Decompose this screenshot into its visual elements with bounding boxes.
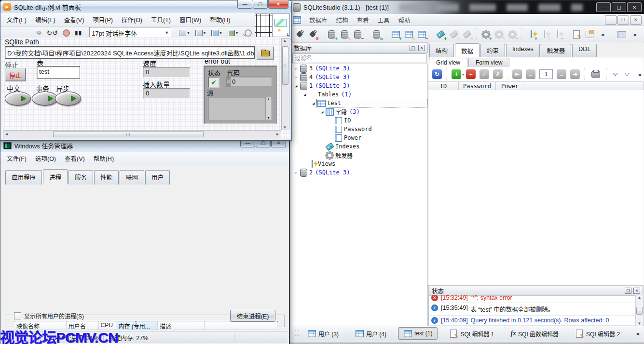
minimize-button[interactable]: — bbox=[596, 2, 611, 12]
taskbar-button-SQL编辑器 1[interactable]: SQL编辑器 1 bbox=[444, 328, 499, 339]
toggle-switch-异步[interactable] bbox=[55, 92, 81, 106]
labview-titlebar[interactable]: ▶ SQLite-dll示例.vi 前面板 — ▢ ✕ bbox=[0, 0, 291, 13]
print-icon[interactable] bbox=[591, 71, 600, 78]
refresh-database-icon[interactable]: ↻ bbox=[371, 28, 382, 40]
maximize-button[interactable]: ▢ bbox=[612, 2, 626, 12]
add-row-icon[interactable]: + bbox=[452, 69, 461, 79]
refresh-grid-icon[interactable]: ↻ bbox=[432, 69, 442, 79]
tree-item-Views[interactable]: Views bbox=[291, 159, 427, 168]
toolbar-overflow-icon[interactable]: » bbox=[630, 28, 641, 40]
run-icon[interactable]: ➪ bbox=[36, 28, 42, 37]
table-name-input[interactable]: test bbox=[37, 66, 80, 79]
fit-columns-icon[interactable] bbox=[612, 70, 619, 78]
taskbar-overflow-icon[interactable]: » bbox=[636, 330, 640, 337]
open-sql-editor-icon[interactable] bbox=[571, 28, 582, 40]
tab-服务[interactable]: 服务 bbox=[69, 170, 93, 185]
taskbar-button-test (1)[interactable]: test (1) bbox=[398, 327, 438, 340]
menu-工具[interactable]: 工具 bbox=[373, 15, 394, 26]
tab-应用程序[interactable]: 应用程序 bbox=[5, 170, 42, 185]
expanded-arrow-icon[interactable]: ◢ bbox=[319, 110, 325, 114]
remove-database-icon[interactable]: − bbox=[352, 28, 363, 40]
close-button[interactable]: ✕ bbox=[268, 0, 288, 9]
menu-选项(O)[interactable]: 选项(O) bbox=[31, 152, 60, 165]
tree-item-ID[interactable]: ID bbox=[291, 116, 427, 125]
menu-帮助[interactable]: 帮助 bbox=[394, 15, 415, 26]
expanded-arrow-icon[interactable]: ◢ bbox=[293, 84, 299, 88]
mdi-windows-icon[interactable] bbox=[616, 28, 627, 40]
end-process-button[interactable]: 结束进程(E) bbox=[230, 310, 275, 322]
tree-item-Indexes[interactable]: Indexes bbox=[291, 142, 427, 151]
mdi-minimize-button[interactable]: — bbox=[605, 15, 617, 25]
tab-Indexes[interactable]: Indexes bbox=[506, 44, 540, 57]
search-icon[interactable] bbox=[245, 29, 252, 37]
align-dropdown[interactable]: ▾ bbox=[179, 30, 190, 36]
vi-icon[interactable]: ➤ 1 bbox=[272, 14, 289, 37]
add-database-icon[interactable]: + bbox=[326, 28, 337, 40]
float-panel-icon[interactable]: ❐ bbox=[625, 288, 631, 294]
edit-table-icon[interactable]: ✎ bbox=[403, 28, 414, 40]
add-view-icon[interactable]: + bbox=[526, 28, 537, 40]
tree-item-test[interactable]: ◢test bbox=[291, 99, 427, 107]
viewtab-Form view[interactable]: Form view bbox=[468, 58, 509, 67]
add-row-caret-icon[interactable]: ▾ bbox=[462, 72, 464, 77]
menu-查看[interactable]: 查看 bbox=[353, 15, 373, 26]
collapsed-arrow-icon[interactable]: ▷ bbox=[293, 75, 299, 79]
tab-联网[interactable]: 联网 bbox=[120, 170, 144, 185]
expanded-arrow-icon[interactable]: ◢ bbox=[302, 93, 308, 97]
vertical-scrollbar[interactable]: ▲ ≡ ▼ bbox=[281, 38, 289, 130]
tab-结构[interactable]: 结构 bbox=[429, 44, 454, 57]
collapsed-arrow-icon[interactable]: ▷ bbox=[293, 171, 299, 175]
menu-查看(V)[interactable]: 查看(V) bbox=[60, 152, 89, 165]
tree-item-1[interactable]: ◢1(SQLite 3) bbox=[291, 81, 427, 90]
menu-帮助(H)[interactable]: 帮助(H) bbox=[89, 152, 118, 165]
stop-button[interactable]: 停止 bbox=[5, 68, 26, 81]
column-header-描述[interactable]: 描述 bbox=[158, 321, 205, 330]
tree-item-Power[interactable]: Power bbox=[291, 133, 427, 142]
taskbar-button-用户 (4)[interactable]: 用户 (4) bbox=[350, 328, 391, 339]
sqlitestudio-titlebar[interactable]: SQLiteStudio (3.1.1) - [test (1)] — ▢ ✕ bbox=[290, 0, 644, 14]
collapsed-arrow-icon[interactable]: ▷ bbox=[293, 66, 299, 71]
toggle-switch-中文[interactable] bbox=[5, 92, 31, 106]
tab-进程[interactable]: 进程 bbox=[43, 169, 68, 184]
menu-查看(V)[interactable]: 查看(V) bbox=[60, 13, 89, 26]
reorder-dropdown[interactable]: ▾ bbox=[228, 30, 238, 36]
source-scrollbar[interactable]: ▲▼ bbox=[265, 97, 271, 119]
grid-body[interactable] bbox=[428, 90, 644, 286]
tree-item-3[interactable]: ▷3(SQLite 3) bbox=[291, 64, 427, 73]
menu-文件(F)[interactable]: 文件(F) bbox=[2, 13, 31, 26]
overflow-icon[interactable]: » bbox=[638, 71, 642, 78]
tab-数据[interactable]: 数据 bbox=[455, 43, 480, 57]
remove-table-icon[interactable]: − bbox=[416, 28, 427, 40]
tree-item-Tables[interactable]: ◢Tables(1) bbox=[291, 90, 427, 99]
tree-item-字段[interactable]: ◢字段(3) bbox=[291, 107, 427, 116]
tree-item-2[interactable]: ▷2(SQLite 3) bbox=[291, 168, 427, 177]
menu-数据库[interactable]: 数据库 bbox=[305, 15, 332, 26]
close-button[interactable]: ✕ bbox=[627, 2, 642, 12]
tab-用户[interactable]: 用户 bbox=[145, 170, 170, 185]
column-header-内存 (专用...[interactable]: 内存 (专用... bbox=[116, 321, 157, 330]
grid-column-header-ID[interactable]: ID bbox=[428, 82, 459, 91]
abort-icon[interactable] bbox=[63, 29, 70, 37]
add-trigger-icon[interactable]: + bbox=[480, 28, 492, 40]
horizontal-scrollbar[interactable]: ◄ ||| ► bbox=[3, 130, 281, 138]
expanded-arrow-icon[interactable]: ◢ bbox=[311, 101, 316, 106]
menu-窗口(W)[interactable]: 窗口(W) bbox=[175, 13, 206, 26]
tab-DDL[interactable]: DDL bbox=[572, 44, 597, 57]
menu-工具(T)[interactable]: 工具(T) bbox=[147, 13, 175, 26]
tab-触发器[interactable]: 触发器 bbox=[541, 44, 572, 57]
mdi-close-button[interactable]: ✕ bbox=[630, 15, 642, 25]
status-scrollbar[interactable]: ▲ ▼ bbox=[635, 295, 643, 326]
add-index-icon[interactable]: + bbox=[435, 28, 446, 40]
taskbar-button-SQL函数编辑器[interactable]: fxSQL函数编辑器 bbox=[506, 328, 563, 339]
menu-编辑(E)[interactable]: 编辑(E) bbox=[31, 13, 60, 26]
add-table-icon[interactable]: + bbox=[390, 28, 401, 40]
tab-性能[interactable]: 性能 bbox=[94, 170, 119, 185]
viewtab-Grid view[interactable]: Grid view bbox=[429, 58, 467, 67]
run-continuous-icon[interactable]: ↻↺ bbox=[47, 29, 58, 37]
toggle-switch-事务[interactable] bbox=[32, 92, 58, 106]
maximize-button[interactable]: ▢ bbox=[253, 0, 268, 9]
close-panel-icon[interactable]: ✕ bbox=[633, 288, 640, 294]
taskbar-button-SQL编辑器 2[interactable]: SQL编辑器 2 bbox=[570, 328, 625, 339]
toolbar-overflow-icon[interactable]: » bbox=[597, 28, 608, 40]
distribute-dropdown[interactable]: ▾ bbox=[195, 30, 206, 36]
